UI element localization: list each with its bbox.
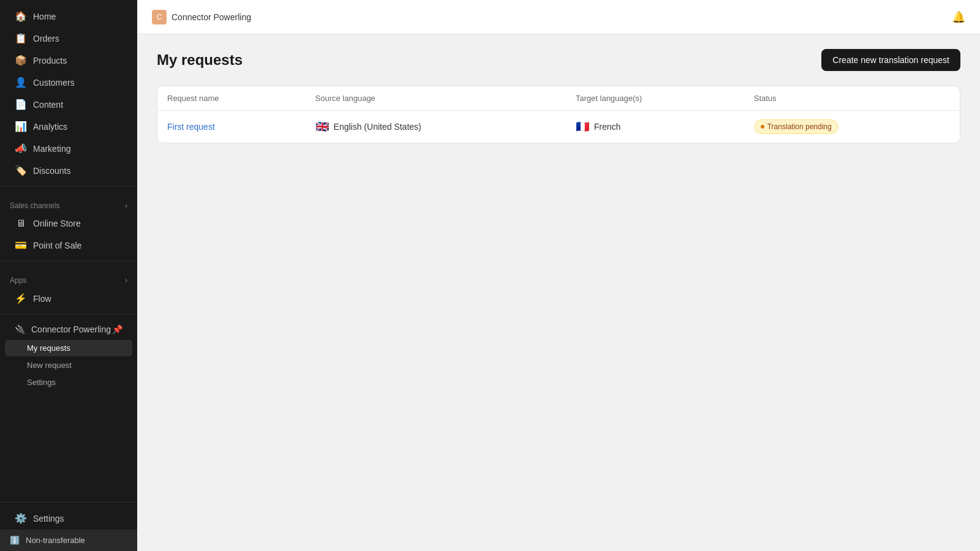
non-transferable-item[interactable]: ℹ️ Non-transferable: [0, 530, 137, 551]
sales-channels-label: Sales channels: [10, 201, 59, 210]
target-flag-icon: 🇫🇷: [576, 121, 589, 132]
page-header: My requests Create new translation reque…: [157, 49, 960, 71]
connector-icon: 🔌: [15, 324, 25, 334]
sidebar-divider-1: [0, 186, 137, 187]
cell-source-language: 🇬🇧 English (United States): [306, 111, 566, 143]
discounts-label: Discounts: [33, 166, 70, 176]
topbar-right: 🔔: [952, 10, 965, 24]
sidebar-item-point-of-sale[interactable]: 💳Point of Sale: [5, 234, 132, 256]
content-icon: 📄: [15, 99, 27, 110]
orders-label: Orders: [33, 34, 59, 43]
bell-icon[interactable]: 🔔: [952, 11, 965, 23]
source-lang-container: 🇬🇧 English (United States): [315, 121, 556, 132]
source-flag-icon: 🇬🇧: [315, 121, 329, 132]
nav-items: 🏠Home📋Orders📦Products👤Customers📄Content📊…: [0, 6, 137, 181]
flow-label: Flow: [33, 294, 51, 304]
products-icon: 📦: [15, 54, 27, 66]
sales-channels-section: Sales channels ›: [0, 192, 137, 212]
status-dot-icon: [761, 125, 764, 129]
flow-icon: ⚡: [15, 293, 27, 304]
topbar-title: Connector Powerling: [172, 12, 251, 22]
discounts-icon: 🏷️: [15, 165, 27, 176]
cell-status: Translation pending: [744, 111, 960, 143]
app-icon: C: [152, 10, 167, 24]
settings-icon: ⚙️: [15, 512, 27, 524]
sub-item-my-requests[interactable]: My requests: [5, 340, 132, 356]
sidebar-divider-4: [0, 502, 137, 503]
table-body: First request 🇬🇧 English (United States)…: [157, 111, 960, 143]
sidebar-divider-3: [0, 314, 137, 315]
create-translation-request-button[interactable]: Create new translation request: [821, 49, 960, 71]
new-request-label: New request: [27, 361, 72, 370]
requests-table-container: Request nameSource languageTarget langua…: [157, 86, 960, 143]
connector-label: Connector Powerling: [31, 324, 111, 334]
cell-request-name: First request: [157, 111, 306, 143]
app-icon-text: C: [157, 13, 162, 21]
products-label: Products: [33, 56, 67, 66]
online-store-icon: 🖥: [15, 218, 27, 229]
customers-label: Customers: [33, 78, 75, 88]
sidebar-item-marketing[interactable]: 📣Marketing: [5, 138, 132, 159]
content-label: Content: [33, 100, 63, 110]
home-icon: 🏠: [15, 10, 27, 22]
sidebar-item-products[interactable]: 📦Products: [5, 50, 132, 71]
requests-table: Request nameSource languageTarget langua…: [157, 86, 960, 143]
source-language-text: English (United States): [334, 122, 421, 132]
my-requests-label: My requests: [27, 343, 70, 353]
connector-powerling-item[interactable]: 🔌 Connector Powerling 📌: [5, 320, 132, 339]
analytics-label: Analytics: [33, 122, 67, 132]
non-transferable-label: Non-transferable: [26, 536, 85, 545]
sidebar-item-content[interactable]: 📄Content: [5, 94, 132, 115]
point-of-sale-label: Point of Sale: [33, 241, 81, 250]
sidebar-item-discounts[interactable]: 🏷️Discounts: [5, 160, 132, 181]
topbar: C Connector Powerling 🔔: [137, 0, 980, 34]
col-target-languages: Target language(s): [566, 86, 744, 111]
online-store-label: Online Store: [33, 219, 81, 228]
analytics-icon: 📊: [15, 121, 27, 132]
settings-label: Settings: [33, 514, 64, 523]
col-request-name: Request name: [157, 86, 306, 111]
status-badge: Translation pending: [754, 119, 839, 134]
sub-item-new-request[interactable]: New request: [5, 357, 132, 373]
table-header: Request nameSource languageTarget langua…: [157, 86, 960, 111]
sidebar-bottom: ⚙️ Settings ℹ️ Non-transferable: [0, 497, 137, 551]
target-lang-container: 🇫🇷 French: [576, 121, 734, 132]
sidebar-item-analytics[interactable]: 📊Analytics: [5, 116, 132, 137]
sidebar: 🏠Home📋Orders📦Products👤Customers📄Content📊…: [0, 0, 137, 551]
settings-item[interactable]: ⚙️ Settings: [5, 508, 132, 529]
home-label: Home: [33, 12, 56, 21]
sidebar-item-online-store[interactable]: 🖥Online Store: [5, 213, 132, 234]
info-icon: ℹ️: [10, 536, 20, 545]
marketing-icon: 📣: [15, 143, 27, 154]
apps-chevron-icon: ›: [125, 276, 127, 285]
point-of-sale-icon: 💳: [15, 239, 27, 251]
apps-section: Apps ›: [0, 266, 137, 287]
settings-sub-label: Settings: [27, 378, 56, 387]
main-area: C Connector Powerling 🔔 My requests Crea…: [137, 0, 980, 551]
orders-icon: 📋: [15, 32, 27, 44]
col-status: Status: [744, 86, 960, 111]
sales-channels-items: 🖥Online Store💳Point of Sale: [0, 213, 137, 256]
cell-target-language: 🇫🇷 French: [566, 111, 744, 143]
sidebar-item-customers[interactable]: 👤Customers: [5, 72, 132, 93]
status-text: Translation pending: [767, 122, 832, 131]
request-name-link[interactable]: First request: [167, 122, 215, 132]
page-title: My requests: [157, 51, 243, 69]
customers-icon: 👤: [15, 77, 27, 88]
pin-icon: 📌: [112, 324, 123, 334]
sidebar-item-flow[interactable]: ⚡Flow: [5, 288, 132, 309]
chevron-icon: ›: [125, 201, 127, 210]
apps-label: Apps: [10, 276, 26, 285]
connector-left: 🔌 Connector Powerling: [15, 324, 111, 334]
table-row: First request 🇬🇧 English (United States)…: [157, 111, 960, 143]
col-source-language: Source language: [306, 86, 566, 111]
target-language-text: French: [594, 122, 621, 132]
sub-items: My requestsNew requestSettings: [0, 340, 137, 391]
apps-items: ⚡Flow: [0, 288, 137, 309]
table-header-row: Request nameSource languageTarget langua…: [157, 86, 960, 111]
sub-item-settings-sub[interactable]: Settings: [5, 374, 132, 391]
sidebar-item-orders[interactable]: 📋Orders: [5, 28, 132, 49]
content-area: My requests Create new translation reque…: [137, 34, 980, 551]
marketing-label: Marketing: [33, 144, 70, 154]
sidebar-item-home[interactable]: 🏠Home: [5, 6, 132, 27]
